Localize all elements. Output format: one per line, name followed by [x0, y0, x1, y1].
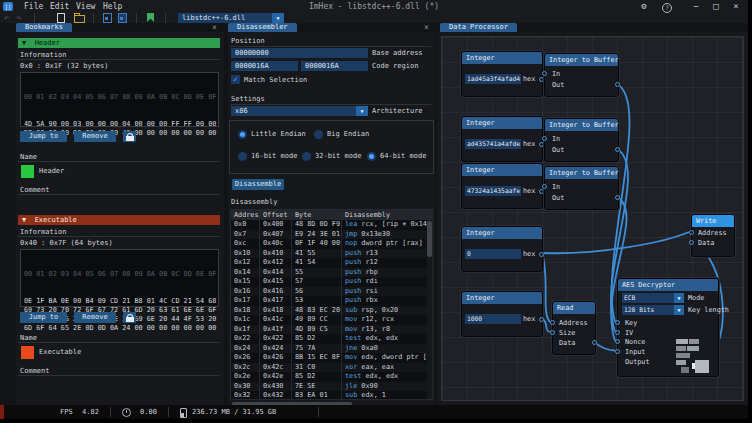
disassembly-row[interactable]: 0x15 0x415 57 push rdi — [231, 277, 432, 287]
32-bit-mode-radio[interactable] — [302, 152, 311, 161]
node-header[interactable]: AES Decryptor — [618, 279, 718, 291]
file-selector-arrow-icon[interactable]: ▼ — [272, 13, 284, 23]
minimize-button[interactable]: − — [688, 0, 704, 13]
save-as-icon[interactable] — [118, 13, 127, 23]
node-header[interactable]: Write — [692, 215, 734, 227]
disassembly-row[interactable]: 0x7 0x407 E9 24 3E 01 0 jmp 0x13e30 — [231, 230, 432, 240]
col-address[interactable]: Address — [231, 210, 259, 220]
disassembly-row[interactable]: 0x30 0x430 7E 5E jle 0x90 — [231, 382, 432, 392]
disassembly-row[interactable]: 0x22 0x422 85 D2 test edx, edx — [231, 334, 432, 344]
disassembly-row[interactable]: 0xc 0x40c 0F 1F 40 00 nop dword ptr [rax… — [231, 239, 432, 249]
input-port-dot[interactable] — [615, 320, 620, 325]
integer-value-field[interactable]: 47324a1435aafe — [465, 186, 521, 196]
integer-to-buffer-node[interactable]: Integer to Buffer In Out — [544, 53, 619, 97]
integer-node[interactable]: Integer 0 hex — [461, 226, 543, 272]
output-port-dot[interactable] — [615, 82, 620, 87]
architecture-combo-arrow-icon[interactable]: ▼ — [356, 106, 368, 116]
output-port-dot[interactable] — [592, 340, 597, 345]
input-port-dot[interactable] — [615, 339, 620, 344]
maximize-button[interactable]: □ — [708, 0, 724, 13]
bookmark-header-collapsible[interactable]: ▼ Header — [18, 38, 220, 48]
integer-value-field[interactable]: 1000 — [465, 314, 521, 324]
output-port-dot[interactable] — [615, 195, 620, 200]
integer-node-header[interactable]: Integer — [462, 117, 542, 129]
output-port-dot[interactable] — [539, 252, 544, 257]
read-node[interactable]: Read Address Size Data — [552, 301, 596, 355]
disassembly-row[interactable]: 0x17 0x417 53 push rbx — [231, 296, 432, 306]
col-offset[interactable]: Offset — [259, 210, 291, 220]
integer-node-header[interactable]: Integer — [462, 52, 542, 64]
disassembly-row[interactable]: 0x16 0x416 56 push rsi — [231, 287, 432, 297]
redo-icon[interactable]: ↷ — [16, 13, 21, 23]
undo-icon[interactable]: ↶ — [4, 13, 9, 23]
integer-node[interactable]: Integer 1ad45a3f4afad4 hex — [461, 51, 543, 97]
bookmark-name-value[interactable]: Executable — [39, 348, 81, 357]
node-header[interactable]: Read — [553, 302, 595, 314]
disassembly-row[interactable]: 0x1f 0x41f 4D 89 C5 mov r13, r8 — [231, 325, 432, 335]
aes-key-length-combo[interactable]: 128 Bits — [622, 305, 674, 315]
input-port-dot[interactable] — [615, 330, 620, 335]
disassembly-row[interactable]: 0x2c 0x42c 31 C0 xor eax, eax — [231, 363, 432, 373]
col-disassembly[interactable]: Disassembly — [341, 210, 432, 220]
disassembly-row[interactable]: 0x10 0x410 41 55 push r13 — [231, 249, 432, 259]
node-header[interactable]: Integer to Buffer — [545, 54, 618, 66]
architecture-combo[interactable]: x86 — [231, 106, 356, 116]
open-file-icon[interactable] — [74, 15, 85, 23]
settings-gear-icon[interactable]: ⚙ — [636, 0, 652, 13]
input-port-dot[interactable] — [542, 184, 547, 189]
tab-disassembler[interactable]: Disassembler — [228, 23, 297, 32]
bookmark-icon[interactable] — [147, 13, 154, 22]
bookmark-name-value[interactable]: Header — [39, 167, 64, 176]
disassembly-row[interactable]: 0x12 0x412 41 54 push r12 — [231, 258, 432, 268]
code-region-end-input[interactable]: 0000016A — [301, 61, 368, 71]
disassembly-row[interactable]: 0x18 0x418 48 83 EC 20 sub rsp, 0x20 — [231, 306, 432, 316]
file-selector-combo[interactable]: libstdc++-6.dll — [178, 13, 272, 23]
64-bit-mode-radio[interactable] — [367, 152, 376, 161]
integer-node-header[interactable]: Integer — [462, 292, 542, 304]
bookmarks-tab-close-icon[interactable]: × — [212, 23, 217, 32]
bookmark-color-swatch[interactable] — [21, 346, 34, 359]
integer-to-buffer-node[interactable]: Integer to Buffer In Out — [544, 166, 619, 210]
help-icon[interactable]: ? — [662, 3, 672, 13]
remove-button[interactable]: Remove — [74, 131, 116, 142]
new-file-icon[interactable] — [57, 13, 65, 23]
disassembly-row[interactable]: 0x1c 0x41c 49 89 CC mov r12, rcx — [231, 315, 432, 325]
base-address-input[interactable]: 00000000 — [231, 48, 368, 58]
lock-button[interactable] — [123, 312, 136, 323]
integer-node-header[interactable]: Integer — [462, 227, 542, 239]
bookmark-hex-view[interactable]: 00 01 02 03 04 05 06 07 08 09 0A 0B 0C 0… — [20, 72, 219, 127]
node-header[interactable]: Integer to Buffer — [545, 119, 618, 131]
input-port-dot[interactable] — [542, 71, 547, 76]
disassembly-table[interactable]: Address Offset Byte Disassembly 0x0 0x40… — [230, 209, 433, 400]
input-port-dot[interactable] — [689, 240, 694, 245]
big-endian-radio[interactable] — [314, 130, 323, 139]
node-header[interactable]: Integer to Buffer — [545, 167, 618, 179]
vertical-scrollbar-thumb[interactable] — [427, 221, 432, 257]
integer-node[interactable]: Integer 1000 hex — [461, 291, 543, 337]
bookmark-header-collapsible[interactable]: ▼ Executable — [18, 215, 220, 225]
jump-to-button[interactable]: Jump to — [20, 131, 67, 142]
aes-key-length-combo-arrow-icon[interactable]: ▼ — [674, 305, 684, 315]
disassembly-row[interactable]: 0x0 0x400 48 8D 0D F9 0 lea rcx, [rip + … — [231, 220, 432, 230]
input-port-dot[interactable] — [615, 349, 620, 354]
disassemble-button[interactable]: Disassemble — [232, 179, 284, 190]
integer-node-header[interactable]: Integer — [462, 164, 542, 176]
output-port-dot[interactable] — [539, 317, 544, 322]
disassembly-row[interactable]: 0x14 0x414 55 push rbp — [231, 268, 432, 278]
input-port-dot[interactable] — [542, 136, 547, 141]
disassembly-row[interactable]: 0x24 0x424 75 7A jne 0xa0 — [231, 344, 432, 354]
integer-node[interactable]: Integer 47324a1435aafe hex — [461, 163, 543, 209]
little-endian-radio[interactable] — [238, 130, 247, 139]
integer-node[interactable]: Integer ad435741a4afde hex — [461, 116, 543, 162]
lock-button[interactable] — [123, 131, 136, 142]
16-bit-mode-radio[interactable] — [238, 152, 247, 161]
integer-value-field[interactable]: 0 — [465, 249, 521, 259]
tab-data-processor[interactable]: Data Processor — [440, 23, 517, 32]
vertical-scrollbar[interactable] — [427, 220, 432, 399]
input-port-dot[interactable] — [689, 230, 694, 235]
output-port-dot[interactable] — [615, 147, 620, 152]
jump-to-button[interactable]: Jump to — [20, 312, 67, 323]
integer-to-buffer-node[interactable]: Integer to Buffer In Out — [544, 118, 619, 162]
remove-button[interactable]: Remove — [74, 312, 116, 323]
integer-value-field[interactable]: ad435741a4afde — [465, 139, 521, 149]
